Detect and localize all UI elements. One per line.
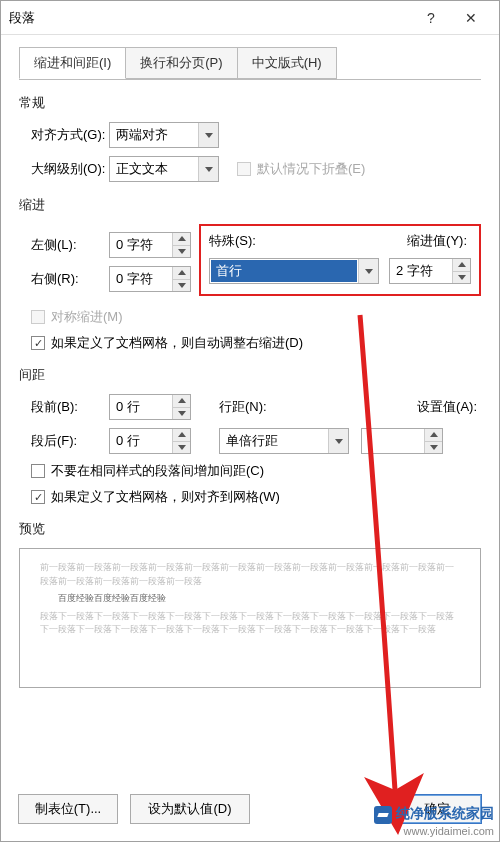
special-value: 首行 — [211, 260, 357, 282]
spinner-buttons — [172, 395, 190, 419]
titlebar: 段落 ? ✕ — [1, 1, 499, 35]
chevron-down-icon — [198, 123, 218, 147]
spinner-buttons — [172, 267, 190, 291]
spinner-up-icon[interactable] — [173, 233, 190, 246]
line-spacing-label: 行距(N): — [219, 398, 279, 416]
spinner-up-icon[interactable] — [173, 395, 190, 408]
outline-value: 正文文本 — [110, 160, 198, 178]
collapsed-checkbox — [237, 162, 251, 176]
spinner-up-icon[interactable] — [453, 259, 470, 272]
collapsed-label: 默认情况下折叠(E) — [257, 160, 365, 178]
outline-label: 大纲级别(O): — [19, 160, 109, 178]
no-add-space-label: 不要在相同样式的段落间增加间距(C) — [51, 462, 264, 480]
indent-left-label: 左侧(L): — [19, 236, 109, 254]
set-default-button[interactable]: 设为默认值(D) — [130, 794, 250, 824]
dialog-title: 段落 — [9, 9, 411, 27]
chevron-down-icon — [328, 429, 348, 453]
paragraph-dialog: 段落 ? ✕ 缩进和间距(I) 换行和分页(P) 中文版式(H) 常规 对齐方式… — [0, 0, 500, 842]
space-after-value: 0 行 — [110, 429, 172, 453]
tab-line-page-breaks[interactable]: 换行和分页(P) — [125, 47, 237, 79]
watermark-title: 纯净版系统家园 — [396, 805, 494, 821]
special-label: 特殊(S): — [209, 232, 260, 250]
indent-left-value: 0 字符 — [110, 233, 172, 257]
auto-adjust-checkbox[interactable] — [31, 336, 45, 350]
space-before-label: 段前(B): — [19, 398, 109, 416]
spinner-down-icon[interactable] — [453, 272, 470, 284]
indent-right-value: 0 字符 — [110, 267, 172, 291]
outline-dropdown[interactable]: 正文文本 — [109, 156, 219, 182]
spinner-buttons — [452, 259, 470, 283]
tabs-button[interactable]: 制表位(T)... — [18, 794, 118, 824]
spinner-up-icon[interactable] — [173, 267, 190, 280]
spinner-buttons — [172, 233, 190, 257]
spinner-down-icon[interactable] — [173, 280, 190, 292]
watermark-url: www.yidaimei.com — [374, 824, 494, 838]
indent-left-spinner[interactable]: 0 字符 — [109, 232, 191, 258]
dialog-content: 缩进和间距(I) 换行和分页(P) 中文版式(H) 常规 对齐方式(G): 两端… — [1, 35, 499, 696]
spinner-down-icon[interactable] — [173, 408, 190, 420]
special-dropdown[interactable]: 首行 — [209, 258, 379, 284]
no-add-space-checkbox[interactable] — [31, 464, 45, 478]
indent-value-text: 2 字符 — [390, 259, 452, 283]
spinner-up-icon[interactable] — [425, 429, 442, 442]
tab-asian-typography[interactable]: 中文版式(H) — [237, 47, 337, 79]
indent-right-label: 右侧(R): — [19, 270, 109, 288]
line-spacing-dropdown[interactable]: 单倍行距 — [219, 428, 349, 454]
snap-grid-checkbox[interactable] — [31, 490, 45, 504]
preview-box: 前一段落前一段落前一段落前一段落前一段落前一段落前一段落前一段落前一段落前一段落… — [19, 548, 481, 688]
spinner-up-icon[interactable] — [173, 429, 190, 442]
line-spacing-value: 单倍行距 — [220, 432, 328, 450]
mirror-indent-label: 对称缩进(M) — [51, 308, 123, 326]
space-before-value: 0 行 — [110, 395, 172, 419]
indent-right-spinner[interactable]: 0 字符 — [109, 266, 191, 292]
indent-value-label: 缩进值(Y): — [407, 232, 471, 250]
alignment-label: 对齐方式(G): — [19, 126, 109, 144]
alignment-value: 两端对齐 — [110, 126, 198, 144]
snap-grid-label: 如果定义了文档网格，则对齐到网格(W) — [51, 488, 280, 506]
mirror-indent-checkbox — [31, 310, 45, 324]
watermark: 纯净版系统家园 www.yidaimei.com — [374, 804, 494, 838]
special-indent-highlight: 特殊(S): 缩进值(Y): 首行 2 字符 — [199, 224, 481, 296]
chevron-down-icon — [358, 259, 378, 283]
chevron-down-icon — [198, 157, 218, 181]
tab-indent-spacing[interactable]: 缩进和间距(I) — [19, 47, 126, 79]
auto-adjust-label: 如果定义了文档网格，则自动调整右缩进(D) — [51, 334, 303, 352]
spinner-buttons — [424, 429, 442, 453]
watermark-logo-icon — [374, 806, 392, 824]
section-preview: 预览 — [19, 520, 481, 538]
section-spacing: 间距 — [19, 366, 481, 384]
preview-after-text: 段落下一段落下一段落下一段落下一段落下一段落下一段落下一段落下一段落下一段落下一… — [40, 610, 460, 637]
set-value-label: 设置值(A): — [417, 398, 481, 416]
set-value-spinner[interactable] — [361, 428, 443, 454]
preview-current-text: 百度经验百度经验百度经验 — [40, 592, 460, 606]
alignment-dropdown[interactable]: 两端对齐 — [109, 122, 219, 148]
spinner-buttons — [172, 429, 190, 453]
tab-strip: 缩进和间距(I) 换行和分页(P) 中文版式(H) — [19, 47, 481, 80]
indent-value-spinner[interactable]: 2 字符 — [389, 258, 471, 284]
section-indent: 缩进 — [19, 196, 481, 214]
help-button[interactable]: ? — [411, 4, 451, 32]
space-before-spinner[interactable]: 0 行 — [109, 394, 191, 420]
space-after-spinner[interactable]: 0 行 — [109, 428, 191, 454]
spinner-down-icon[interactable] — [173, 442, 190, 454]
spinner-down-icon[interactable] — [425, 442, 442, 454]
preview-before-text: 前一段落前一段落前一段落前一段落前一段落前一段落前一段落前一段落前一段落前一段落… — [40, 561, 460, 588]
spinner-down-icon[interactable] — [173, 246, 190, 258]
section-general: 常规 — [19, 94, 481, 112]
space-after-label: 段后(F): — [19, 432, 109, 450]
set-value-text — [362, 429, 424, 453]
close-button[interactable]: ✕ — [451, 4, 491, 32]
